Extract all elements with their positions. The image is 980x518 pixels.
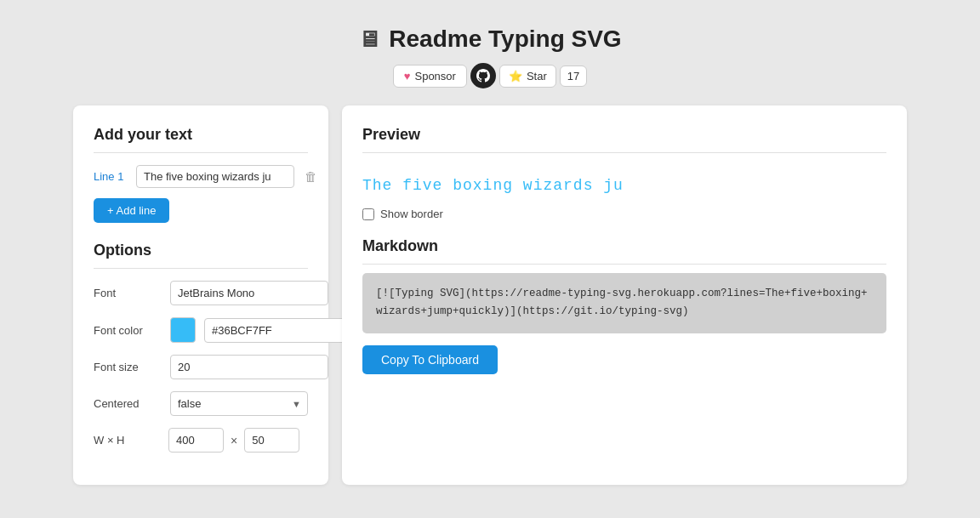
- add-line-label: + Add line: [107, 204, 156, 217]
- font-color-input[interactable]: [204, 318, 362, 343]
- options-section: Options Font Font color Font size Center…: [94, 242, 308, 453]
- centered-row: Centered false true ▼: [94, 391, 308, 416]
- font-color-label: Font color: [94, 324, 162, 337]
- font-label: Font: [94, 287, 162, 299]
- page-header: 🖥 Readme Typing SVG ♥ Sponsor ⭐ Star 17: [358, 26, 621, 88]
- font-size-row: Font size: [94, 355, 308, 379]
- font-color-row: Font color: [94, 317, 308, 343]
- show-border-row: Show border: [362, 208, 886, 220]
- line1-row: Line 1 🗑: [94, 165, 308, 188]
- main-content: Add your text Line 1 🗑 + Add line Option…: [73, 105, 907, 485]
- left-panel: Add your text Line 1 🗑 + Add line Option…: [73, 105, 328, 485]
- page-title: Readme Typing SVG: [389, 26, 621, 53]
- options-title: Options: [94, 242, 308, 269]
- font-size-label: Font size: [94, 361, 162, 373]
- add-line-button[interactable]: + Add line: [94, 198, 169, 223]
- heart-icon: ♥: [404, 70, 411, 83]
- height-input[interactable]: [244, 428, 299, 453]
- sponsor-label: Sponsor: [414, 70, 455, 83]
- x-separator: ×: [231, 434, 237, 447]
- star-icon: ⭐: [509, 70, 522, 83]
- delete-line1-button[interactable]: 🗑: [301, 168, 321, 185]
- preview-text: The five boxing wizards ju: [362, 165, 886, 202]
- preview-title: Preview: [362, 126, 886, 153]
- star-button[interactable]: ⭐ Star: [499, 65, 556, 88]
- copy-btn-label: Copy To Clipboard: [381, 353, 479, 367]
- wh-row: W × H ×: [94, 428, 308, 453]
- copy-to-clipboard-button[interactable]: Copy To Clipboard: [362, 345, 498, 374]
- color-swatch[interactable]: [170, 317, 196, 343]
- markdown-title: Markdown: [362, 237, 886, 265]
- action-bar: ♥ Sponsor ⭐ Star 17: [393, 63, 587, 88]
- show-border-checkbox[interactable]: [362, 208, 374, 220]
- page-title-row: 🖥 Readme Typing SVG: [358, 26, 621, 53]
- font-size-input[interactable]: [170, 355, 328, 379]
- show-border-label: Show border: [380, 208, 443, 220]
- star-label: Star: [527, 70, 547, 83]
- markdown-code: [![Typing SVG](https://readme-typing-svg…: [362, 273, 886, 333]
- preview-area: The five boxing wizards ju Show border: [362, 165, 886, 220]
- line1-input[interactable]: [136, 165, 294, 188]
- add-text-title: Add your text: [94, 126, 308, 153]
- centered-select-wrap: false true ▼: [170, 391, 308, 416]
- monitor-icon: 🖥: [358, 26, 380, 53]
- font-input[interactable]: [170, 281, 328, 305]
- github-icon: [470, 63, 496, 88]
- width-input[interactable]: [168, 428, 224, 453]
- right-panel: Preview The five boxing wizards ju Show …: [342, 105, 907, 485]
- sponsor-button[interactable]: ♥ Sponsor: [393, 65, 467, 88]
- line1-label: Line 1: [94, 170, 129, 183]
- centered-select[interactable]: false true: [170, 391, 308, 416]
- font-row: Font: [94, 281, 308, 305]
- wh-label: W × H: [94, 434, 162, 447]
- star-count: 17: [560, 65, 587, 87]
- centered-label: Centered: [94, 397, 162, 410]
